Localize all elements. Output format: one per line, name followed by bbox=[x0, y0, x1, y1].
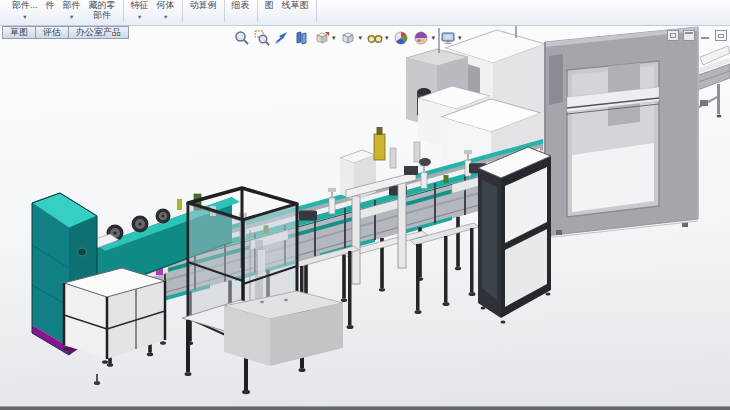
toolbar-separator bbox=[182, 0, 183, 22]
tab-office-products[interactable]: 办公室产品 bbox=[68, 26, 129, 39]
chevron-down-icon: ▾ bbox=[138, 12, 141, 22]
model-gray-housing-tunnel[interactable] bbox=[545, 27, 698, 238]
model-white-trolley-cart[interactable] bbox=[63, 268, 166, 385]
toolbar-button-label: 细表 bbox=[232, 0, 250, 10]
toolbar-button-exploded-view[interactable]: 图 bbox=[261, 0, 278, 26]
toolbar-button-mate[interactable]: 件 bbox=[42, 0, 59, 26]
toolbar-button-explode-line-sketch[interactable]: 线草图 bbox=[278, 0, 313, 26]
toolbar-button-label: 线草图 bbox=[282, 0, 309, 10]
toolbar-button-bill-of-materials[interactable]: 细表 bbox=[228, 0, 254, 26]
hide-show-items-icon[interactable] bbox=[366, 29, 383, 46]
toolbar-button-label: 部件... bbox=[12, 0, 38, 10]
chevron-down-icon: ▾ bbox=[23, 12, 26, 22]
chevron-down-icon: ▾ bbox=[70, 12, 73, 22]
model-frame-tower-enclosure[interactable] bbox=[182, 188, 306, 394]
view-settings-icon[interactable] bbox=[439, 29, 456, 46]
toolbar-button-label: 何体 bbox=[157, 0, 175, 10]
toolbar-button-label: 动算例 bbox=[190, 0, 217, 10]
command-manager-tabs: 草图 评估 办公室产品 bbox=[2, 26, 128, 39]
tab-label: 评估 bbox=[43, 27, 61, 37]
chevron-down-icon: ▾ bbox=[164, 12, 167, 22]
zoom-to-fit-icon[interactable] bbox=[233, 29, 250, 46]
toolbar-button-show-hidden-components[interactable]: 藏的零 部件 bbox=[85, 0, 120, 26]
chevron-down-icon[interactable]: ▾ bbox=[385, 34, 389, 42]
toolbar-button-insert-components[interactable]: 部件... ▾ bbox=[8, 0, 42, 26]
toolbar-button-label: 藏的零 bbox=[89, 0, 116, 10]
chevron-down-icon[interactable]: ▾ bbox=[432, 34, 436, 42]
model-floor-gray-box[interactable] bbox=[224, 291, 343, 366]
toolbar-button-reference-geometry[interactable]: 何体 ▾ bbox=[153, 0, 179, 26]
document-window-controls bbox=[667, 30, 727, 41]
toolbar-separator bbox=[224, 0, 225, 22]
chevron-down-icon[interactable]: ▾ bbox=[458, 34, 462, 42]
section-view-icon[interactable] bbox=[293, 29, 310, 46]
toolbar-separator bbox=[257, 0, 258, 22]
apply-scene-icon[interactable] bbox=[413, 29, 430, 46]
graphics-viewport-3d[interactable] bbox=[0, 0, 730, 410]
model-rack-cabinet[interactable] bbox=[478, 147, 551, 324]
toolbar-separator bbox=[123, 0, 124, 22]
toolbar-button-label: 件 bbox=[46, 0, 55, 10]
command-manager-toolbar: 部件... ▾ 件 部件 ▾ 藏的零 部件 特征 ▾ 何体 ▾ 动算例 细表 图… bbox=[0, 0, 730, 26]
tab-evaluate[interactable]: 评估 bbox=[35, 26, 69, 39]
edit-appearance-icon[interactable] bbox=[393, 29, 410, 46]
tab-label: 草图 bbox=[10, 27, 28, 37]
window-maximize-icon[interactable] bbox=[683, 30, 695, 41]
tab-sketch[interactable]: 草图 bbox=[2, 26, 36, 39]
window-minimize-icon[interactable] bbox=[699, 30, 711, 41]
bottom-status-strip bbox=[0, 406, 730, 410]
zoom-to-area-icon[interactable] bbox=[253, 29, 270, 46]
toolbar-button-label: 部件 bbox=[63, 0, 81, 10]
chevron-down-icon[interactable]: ▾ bbox=[332, 34, 336, 42]
display-style-icon[interactable] bbox=[340, 29, 357, 46]
view-orientation-icon[interactable] bbox=[313, 29, 330, 46]
chevron-down-icon[interactable]: ▾ bbox=[359, 34, 363, 42]
toolbar-button-component-pattern[interactable]: 部件 ▾ bbox=[59, 0, 85, 26]
tab-label: 办公室产品 bbox=[76, 27, 121, 37]
toolbar-button-motion-study[interactable]: 动算例 bbox=[186, 0, 221, 26]
previous-view-icon[interactable] bbox=[273, 29, 290, 46]
window-restore-icon[interactable] bbox=[667, 30, 679, 41]
toolbar-button-label: 图 bbox=[265, 0, 274, 10]
toolbar-button-assembly-features[interactable]: 特征 ▾ bbox=[127, 0, 153, 26]
toolbar-separator bbox=[316, 0, 317, 22]
window-document-icon[interactable] bbox=[715, 30, 727, 41]
toolbar-button-label-line2: 部件 bbox=[93, 10, 111, 20]
toolbar-button-label: 特征 bbox=[131, 0, 149, 10]
heads-up-view-toolbar: ▾ ▾ ▾ ▾ bbox=[233, 29, 463, 46]
